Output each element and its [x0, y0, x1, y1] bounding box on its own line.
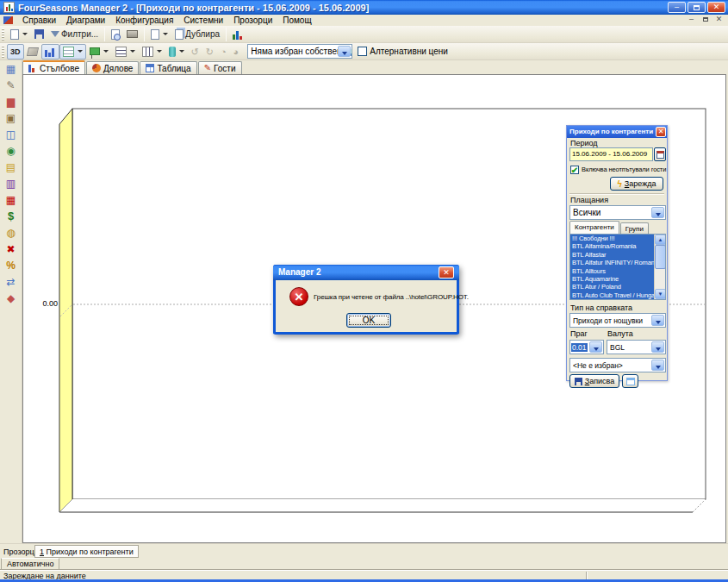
window-tab-button[interactable]: 1 Приходи по контрагенти	[34, 545, 139, 558]
menu-configuration[interactable]: Конфигурация	[110, 15, 178, 26]
h-gridlines-button[interactable]	[112, 44, 139, 59]
panel-save-button[interactable]: Записва	[569, 374, 619, 388]
toolbar-grip[interactable]	[2, 46, 4, 58]
guests-group-icon[interactable]: ◉	[3, 144, 19, 158]
dropdown-arrow-icon[interactable]	[651, 315, 664, 326]
contractors-listbox[interactable]: !!! Свободни !!! BTL Alfamina/Romania BT…	[569, 234, 666, 300]
payments-coins-icon[interactable]: ◍	[3, 226, 19, 240]
edit-document-icon[interactable]: ✎	[3, 78, 19, 92]
rotate-view-button[interactable]	[24, 44, 41, 59]
list-item[interactable]: BTL Alfatur INFINITY/ Romani	[570, 259, 654, 266]
dropdown-arrow-icon[interactable]	[589, 341, 602, 353]
folders-icon[interactable]: ▤	[3, 160, 19, 174]
chevron-down-icon	[130, 50, 135, 53]
guest-stats-icon[interactable]: ◆	[3, 291, 19, 305]
vertical-gridlines-icon	[142, 47, 153, 57]
save-icon	[34, 29, 44, 39]
toolbar-grip[interactable]	[2, 28, 4, 41]
cancel-service-icon[interactable]: ✖	[3, 242, 19, 256]
tab-guests[interactable]: ✎Гости	[198, 61, 242, 74]
bar-shape-button[interactable]	[165, 44, 188, 59]
dialog-title-bar[interactable]: Manager 2	[273, 265, 459, 280]
status-bar: Зареждане на данните	[0, 570, 728, 579]
list-item[interactable]: BTL Alfamina/Romania	[570, 242, 654, 250]
dropdown-arrow-icon[interactable]	[651, 341, 664, 353]
dropdown-arrow-icon[interactable]	[651, 360, 664, 371]
minimize-button[interactable]: –	[668, 2, 686, 13]
include-guests-checkbox[interactable]: ✔	[570, 166, 579, 174]
ok-button[interactable]: OK	[346, 313, 391, 328]
mdi-restore-button[interactable]	[700, 15, 711, 24]
payments-combobox[interactable]: Всички	[569, 205, 666, 220]
auto-row: Автоматично	[0, 558, 728, 570]
report-type-combobox[interactable]: Приходи от нощувки	[569, 313, 666, 328]
panel-title-bar[interactable]: Приходи по контрагенти	[567, 126, 667, 138]
occupancy-chart-icon[interactable]: ▆	[3, 95, 19, 109]
automatic-button[interactable]: Автоматично	[1, 558, 59, 570]
open-table-button[interactable]	[622, 374, 638, 388]
list-item[interactable]: !!! Свободни !!!	[570, 235, 654, 242]
dollar-icon[interactable]: $	[3, 210, 19, 223]
list-item[interactable]: BTL Alltours	[570, 267, 654, 275]
new-report-button[interactable]	[7, 27, 31, 42]
menu-charts[interactable]: Диаграми	[61, 15, 110, 26]
filter-icon	[51, 31, 59, 37]
tab-groups[interactable]: Групи	[620, 222, 649, 234]
tariff-grid-icon[interactable]: ▦	[3, 193, 19, 207]
calendar-icon[interactable]: ▣	[3, 111, 19, 125]
scroll-up-icon[interactable]: ▲	[655, 235, 666, 245]
close-button[interactable]: ✕	[707, 2, 725, 13]
discount-icon[interactable]: %	[3, 259, 19, 272]
v-gridlines-button[interactable]	[139, 44, 165, 59]
menu-reports[interactable]: Справки	[17, 15, 61, 26]
list-item[interactable]: BTL Atur / Poland	[570, 283, 654, 291]
legend-button[interactable]	[59, 44, 86, 59]
pie-tab-icon	[92, 64, 101, 72]
tab-bars[interactable]: Стълбове	[22, 60, 85, 74]
scroll-down-icon[interactable]: ▼	[655, 289, 666, 299]
list-item[interactable]: BTL Auto Club Travel / Hunga	[570, 291, 654, 299]
menu-system[interactable]: Системни	[178, 15, 228, 26]
chart-button[interactable]	[229, 27, 247, 42]
dialog-close-button[interactable]: ✕	[439, 266, 454, 278]
period-input[interactable]: 15.06.2009 - 15.06.2009	[569, 147, 653, 161]
print-preview-button[interactable]	[108, 27, 123, 42]
window-title: FourSeasons Manager 2 - [Приходи по конт…	[18, 3, 369, 13]
dropdown-arrow-icon[interactable]	[338, 46, 351, 57]
export-button[interactable]	[147, 27, 171, 42]
labels-button[interactable]	[86, 44, 112, 59]
list-item[interactable]: BTL Aquamarine	[570, 275, 654, 283]
currency-combobox[interactable]: BGL	[607, 340, 666, 354]
save-button[interactable]	[31, 27, 47, 42]
tab-pie[interactable]: Дялове	[86, 61, 139, 74]
list-item[interactable]: BTL Alfastar	[570, 251, 654, 259]
alt-prices-checkbox[interactable]	[358, 47, 367, 56]
owners-combobox[interactable]: Няма избран собственици	[247, 44, 352, 59]
scrollbar-thumb[interactable]	[655, 245, 666, 269]
3d-toggle-button[interactable]: 3D	[7, 44, 24, 59]
tab-contractors[interactable]: Контрагенти	[569, 221, 619, 234]
mdi-close-button[interactable]: ✕	[713, 15, 725, 24]
tab-table[interactable]: Таблица	[140, 61, 196, 74]
rooms-grid-icon[interactable]: ▦	[3, 62, 19, 76]
duplicate-button[interactable]: Дублира	[171, 27, 223, 42]
calendar-button[interactable]	[654, 147, 666, 161]
panel-close-button[interactable]: ✕	[656, 127, 666, 137]
ledger-icon[interactable]: ▥	[3, 177, 19, 191]
dropdown-arrow-icon[interactable]	[651, 207, 664, 218]
print-button[interactable]	[123, 27, 141, 42]
threshold-combobox[interactable]: 0.01	[569, 340, 604, 354]
menu-windows[interactable]: Прозорци	[228, 15, 277, 26]
restore-button[interactable]	[688, 2, 706, 13]
mdi-minimize-button[interactable]: –	[686, 15, 697, 24]
copy-window-icon[interactable]: ◫	[3, 128, 19, 141]
calendar-icon	[656, 151, 664, 159]
bar-style-button[interactable]	[41, 44, 59, 59]
template-combobox[interactable]: <Не е избран>	[569, 358, 666, 372]
transfer-icon[interactable]: ⇄	[3, 275, 19, 289]
list-scrollbar[interactable]: ▲ ▼	[654, 235, 665, 299]
filter-button[interactable]: Филтри...	[47, 27, 102, 42]
list-item-partial[interactable]	[570, 299, 654, 300]
menu-help[interactable]: Помощ	[277, 15, 316, 26]
load-button[interactable]: ϟ Зарежда	[610, 177, 663, 191]
